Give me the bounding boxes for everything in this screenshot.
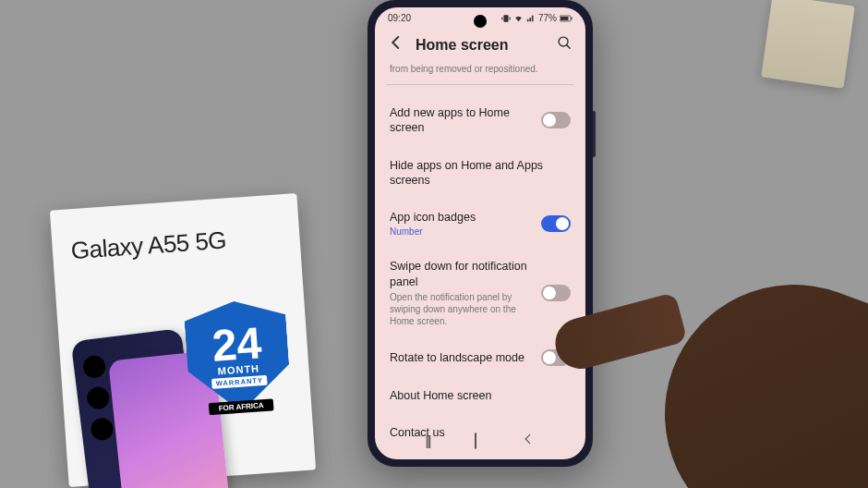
row-rotate[interactable]: Rotate to landscape mode [390, 338, 571, 377]
toggle-swipe[interactable] [541, 285, 571, 301]
status-time: 09:20 [388, 13, 411, 23]
row-title: Swipe down for notification panel [390, 259, 532, 289]
nav-home-button[interactable] [475, 433, 476, 448]
background-object [761, 0, 855, 89]
row-title: Rotate to landscape mode [390, 350, 532, 365]
row-title: About Home screen [390, 388, 571, 403]
hand [573, 137, 868, 488]
product-box: Galaxy A55 5G 24 MONTH WARRANTY FOR AFRI… [50, 193, 316, 487]
toggle-rotate[interactable] [541, 349, 571, 366]
nav-back-button[interactable] [522, 433, 535, 448]
row-title: Add new apps to Home screen [390, 105, 532, 136]
settings-header: Home screen [375, 25, 585, 63]
row-swipe[interactable]: Swipe down for notification panel Open t… [390, 248, 571, 338]
toggle-badges[interactable] [541, 215, 571, 232]
toggle-add-apps[interactable] [541, 112, 571, 128]
badge-month: MONTH [217, 362, 259, 376]
vibrate-icon [501, 14, 511, 23]
wifi-icon [513, 14, 524, 23]
phone-screen: 09:20 77% Home sc [375, 7, 585, 459]
row-hide-apps[interactable]: Hide apps on Home and Apps screens [390, 147, 571, 200]
nav-recents-button[interactable]: ||| [426, 433, 430, 448]
badge-number: 24 [211, 324, 262, 365]
row-title: Hide apps on Home and Apps screens [390, 158, 571, 189]
settings-list[interactable]: from being removed or repositioned. Add … [375, 63, 585, 444]
phone-side-button [593, 111, 596, 157]
warranty-badge: 24 MONTH WARRANTY FOR AFRICA [178, 298, 297, 430]
row-badges[interactable]: App icon badges Number [390, 199, 571, 248]
battery-percent: 77% [538, 13, 557, 23]
phone-device: 09:20 77% Home sc [368, 0, 593, 467]
row-description: Open the notification panel by swiping d… [390, 291, 532, 327]
page-title: Home screen [416, 37, 546, 54]
badge-warranty: WARRANTY [211, 375, 267, 389]
battery-icon [560, 14, 573, 23]
badge-region: FOR AFRICA [209, 398, 273, 415]
row-title: App icon badges [390, 210, 532, 225]
search-button[interactable] [557, 35, 573, 55]
back-button[interactable] [388, 34, 404, 55]
row-about[interactable]: About Home screen [390, 377, 571, 414]
partial-description: from being removed or repositioned. [390, 63, 571, 80]
row-add-apps[interactable]: Add new apps to Home screen [390, 94, 571, 147]
navigation-bar: ||| [375, 427, 585, 454]
svg-rect-2 [572, 17, 573, 19]
product-name: Galaxy A55 5G [70, 222, 283, 265]
svg-rect-1 [561, 17, 569, 20]
camera-notch [474, 15, 487, 28]
signal-icon [526, 14, 536, 23]
row-subtitle: Number [390, 226, 532, 237]
